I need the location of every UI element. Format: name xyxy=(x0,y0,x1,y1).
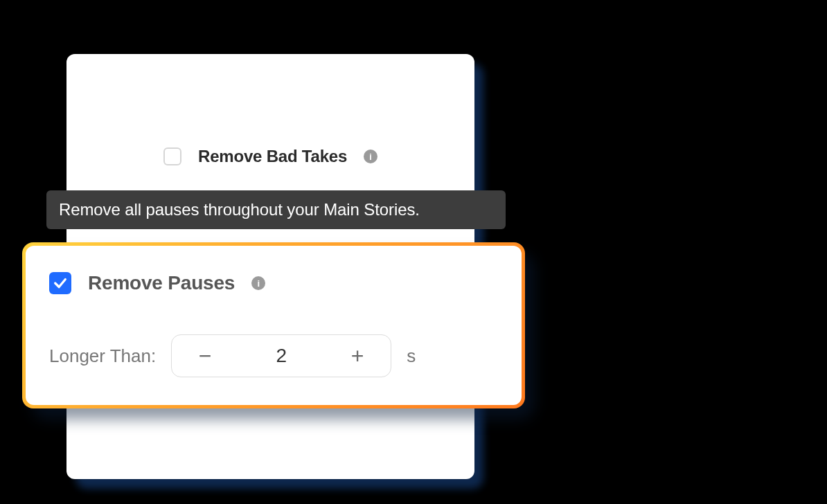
option-label: Remove Pauses xyxy=(88,272,235,294)
longer-than-label: Longer Than: xyxy=(49,345,156,367)
option-label: Remove Bad Takes xyxy=(198,147,347,166)
checkbox-remove-pauses[interactable] xyxy=(49,272,71,294)
info-icon[interactable]: i xyxy=(251,276,265,290)
unit-label: s xyxy=(407,345,416,367)
stepper-decrement[interactable]: − xyxy=(191,343,219,369)
check-icon xyxy=(52,276,69,291)
tooltip-remove-pauses: Remove all pauses throughout your Main S… xyxy=(46,190,506,229)
pause-threshold-row: Longer Than: − 2 + s xyxy=(49,334,416,377)
stepper-value: 2 xyxy=(276,345,287,367)
pause-threshold-stepper[interactable]: − 2 + xyxy=(171,334,391,377)
option-remove-pauses[interactable]: Remove Pauses i xyxy=(49,272,265,294)
highlight-inner: Remove Pauses i Longer Than: − 2 + s xyxy=(26,246,522,405)
option-remove-pauses-card: Remove Pauses i Longer Than: − 2 + s xyxy=(22,242,525,408)
option-remove-bad-takes[interactable]: Remove Bad Takes i xyxy=(163,147,377,166)
info-icon[interactable]: i xyxy=(364,150,377,163)
checkbox-remove-bad-takes[interactable] xyxy=(163,147,181,165)
stepper-increment[interactable]: + xyxy=(344,343,371,369)
